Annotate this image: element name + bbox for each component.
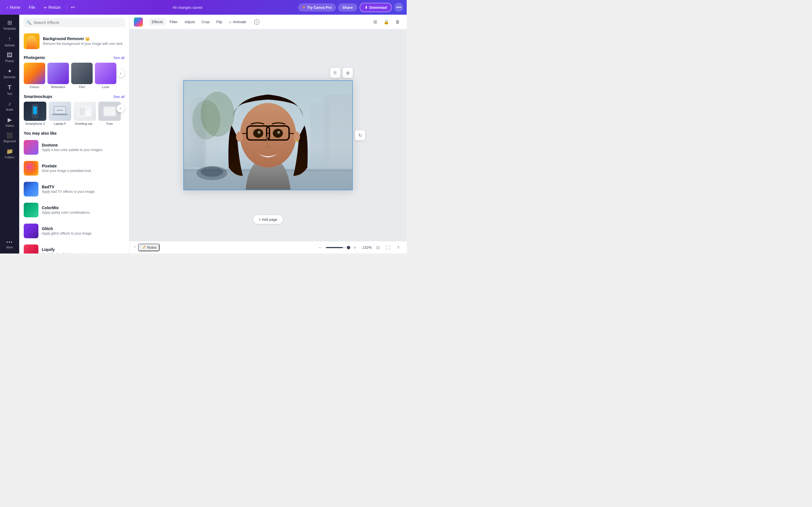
sidebar-item-uploads[interactable]: ↑ Uploads [1,33,18,49]
canvas-area: Effects Filter Adjust Crop Flip ○ Animat… [129,15,407,253]
download-button[interactable]: ⬇ Download [360,3,392,12]
photo-item-belvedere[interactable]: Belvedere [47,63,69,89]
photo-item-fresco[interactable]: Fresco [24,63,45,89]
sidebar-item-folders[interactable]: 📁 Folders [1,146,18,161]
sidebar-item-text[interactable]: T Text [1,81,18,98]
back-arrow-icon: ‹ [7,5,8,10]
search-effects-input[interactable] [34,20,122,25]
liquify-info: Liquify Apply liquify effects to your im… [42,247,124,253]
smartphone-thumbnail [24,102,46,121]
fullscreen-button[interactable]: ⛶ [384,244,392,251]
folders-icon: 📁 [6,148,13,155]
mockup-item-greeting-card[interactable]: Greeting car... [73,102,96,125]
lock-button[interactable]: 🔒 [382,17,391,26]
canvas-image [183,80,353,190]
svg-rect-1 [33,106,37,114]
sidebar-item-videos[interactable]: ▶ Videos [1,114,18,129]
try-canva-pro-button[interactable]: ✦ Try Canva Pro [298,3,335,12]
add-page-label: + Add page [259,217,277,222]
svg-rect-11 [104,107,115,115]
svg-rect-6 [52,114,68,115]
resize-label: Resize [49,5,61,10]
background-remover-item[interactable]: Background Remover 👑 Remove the backgrou… [19,31,129,52]
info-button[interactable]: i [251,18,262,26]
add-frame-button[interactable]: ⊕ [342,68,353,78]
resize-button[interactable]: ⇔ Resize [40,3,64,11]
effect-item-duotone[interactable]: Duotone Apply a two-color palette to you… [21,137,127,158]
effect-item-glitch[interactable]: Glitch Apply glitch effects to your imag… [21,221,127,241]
refresh-button[interactable]: ↻ [355,130,365,140]
smartmockups-scroll-right[interactable]: › [117,104,124,112]
effects-panel: 🔍 Background Remover 👑 Remove the backgr… [19,15,129,253]
delete-button[interactable]: 🗑 [393,17,402,26]
mockup-item-fran[interactable]: Fran [98,102,121,125]
animate-tab-label: Animate [233,20,246,24]
search-input-wrap: 🔍 [23,18,125,27]
zoom-out-button[interactable]: − [316,244,324,251]
undo-icon[interactable]: ↩ [70,3,76,12]
notes-button[interactable]: 📝 Notes [138,244,160,251]
svg-rect-9 [86,107,90,111]
sidebar-item-label: Text [7,92,12,96]
zoom-slider[interactable] [326,247,348,248]
photo-item-flint[interactable]: Flint [71,63,93,89]
grid-view-button[interactable]: ⊞ [371,17,380,26]
fullscreen-icon: ⛶ [386,245,390,250]
belvedere-thumbnail [47,63,69,84]
photogenic-title: Photogenic [24,55,45,60]
background-remover-title: Background Remover 👑 [43,37,124,41]
effect-item-colormix[interactable]: ColorMix Apply quirky color combinations… [21,200,127,220]
search-box: 🔍 [19,15,129,30]
zoom-in-button[interactable]: + [351,244,359,251]
effect-item-badtv[interactable]: BadTV Apply bad TV effects to your image… [21,179,127,199]
effect-item-liquify[interactable]: Liquify Apply liquify effects to your im… [21,242,127,253]
sidebar-item-photos[interactable]: 🖼 Photos [1,50,18,65]
add-page-button[interactable]: + Add page [253,215,283,224]
duotone-thumbnail [24,140,39,155]
collapse-icon[interactable]: ^ [134,245,136,250]
color-swatch[interactable] [134,17,143,26]
tab-crop[interactable]: Crop [199,18,212,26]
effects-scroll: Background Remover 👑 Remove the backgrou… [19,30,129,253]
help-button[interactable]: ? [394,244,402,251]
sidebar-item-audio[interactable]: ♪ Audio [1,98,18,113]
effect-item-pixelate[interactable]: Pixelate Give your image a pixelated loo… [21,158,127,178]
crown-icon: 👑 [85,37,90,41]
topbar: ‹ Home File ⇔ Resize ↩ All changes saved… [0,0,407,15]
you-may-like-header: You may also like [19,128,129,137]
mockup-item-laptop[interactable]: LAPTOP Laptop 5 [49,102,71,125]
home-button[interactable]: ‹ Home [3,3,24,11]
laptop-thumbnail: LAPTOP [49,102,71,121]
sidebar-item-background[interactable]: ⬛ Bkground [1,130,18,145]
canvas-viewport[interactable]: ⎘ ⊕ [129,30,407,241]
photogenic-scroll-right[interactable]: › [117,69,124,77]
background-remover-description: Remove the background of your image with… [43,42,124,46]
elements-icon: ✦ [7,68,12,74]
tab-filter[interactable]: Filter [167,18,181,26]
add-page-container: + Add page [253,215,283,224]
mockup-item-smartphone[interactable]: Smartphone 2 [24,102,46,125]
sidebar-item-more[interactable]: ••• More [1,237,18,251]
greeting-card-thumbnail [73,102,96,121]
audio-icon: ♪ [8,101,11,107]
zoom-slider-fill [326,247,343,248]
photogenic-see-all[interactable]: See all [113,56,124,60]
smartmockups-see-all[interactable]: See all [113,95,124,99]
fit-page-button[interactable]: ⊡ [374,244,382,251]
smartmockups-section-header: Smartmockups See all [19,91,129,101]
photogenic-section-header: Photogenic See all [19,52,129,62]
tab-animate[interactable]: ○ Animate [226,18,249,26]
flint-thumbnail [71,63,93,84]
copy-button[interactable]: ⎘ [330,68,340,78]
notes-label: Notes [147,245,157,249]
share-button[interactable]: Share [338,3,357,12]
tab-adjust[interactable]: Adjust [181,18,198,26]
tab-effects[interactable]: Effects [149,18,166,26]
try-pro-label: Try Canva Pro [307,5,332,10]
file-button[interactable]: File [25,3,39,11]
sidebar-item-elements[interactable]: ✦ Elements [1,65,18,81]
tab-flip[interactable]: Flip [214,18,225,26]
more-options-button[interactable]: ••• [394,3,403,12]
sidebar-item-templates[interactable]: ⊞ Templates [1,17,18,33]
photo-item-luna[interactable]: Luna [95,63,116,89]
